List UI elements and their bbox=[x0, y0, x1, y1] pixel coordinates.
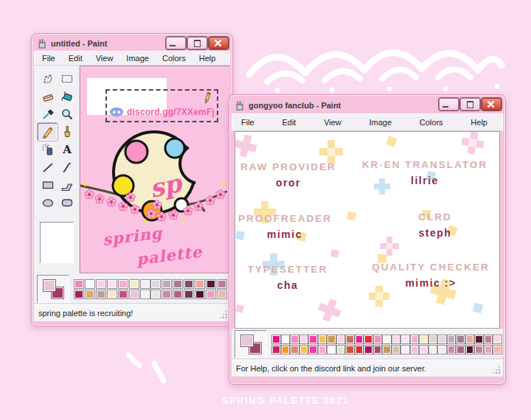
color-swatch[interactable] bbox=[419, 345, 428, 354]
color-swatch[interactable] bbox=[107, 290, 117, 299]
menu-item-help[interactable]: Help bbox=[469, 117, 489, 127]
drawing-canvas[interactable]: RAW PROVIDER oror KR-EN TRANSLATOR lilri… bbox=[235, 131, 500, 329]
color-swatch[interactable] bbox=[308, 335, 318, 344]
color-swatch[interactable] bbox=[355, 345, 364, 354]
color-swatch[interactable] bbox=[327, 345, 336, 354]
color-swatch[interactable] bbox=[308, 345, 318, 354]
tool-polygon-button[interactable] bbox=[57, 176, 77, 194]
color-swatch[interactable] bbox=[484, 345, 493, 354]
color-swatch[interactable] bbox=[290, 335, 299, 344]
color-swatch[interactable] bbox=[281, 335, 291, 344]
color-swatch[interactable] bbox=[129, 290, 139, 299]
color-swatch[interactable] bbox=[299, 335, 309, 344]
color-swatch[interactable] bbox=[281, 345, 291, 354]
color-swatch[interactable] bbox=[456, 345, 465, 354]
color-swatch[interactable] bbox=[74, 279, 84, 289]
minimize-button[interactable] bbox=[439, 98, 459, 111]
color-swatch[interactable] bbox=[217, 290, 227, 299]
color-swatch[interactable] bbox=[74, 290, 84, 299]
tool-curve-button[interactable] bbox=[57, 158, 77, 176]
tool-eraser-button[interactable] bbox=[38, 88, 58, 105]
color-swatch[interactable] bbox=[162, 279, 172, 289]
color-swatch[interactable] bbox=[162, 290, 172, 299]
color-swatch[interactable] bbox=[419, 335, 428, 344]
tool-fill-button[interactable] bbox=[57, 88, 77, 105]
menu-item-file[interactable]: File bbox=[41, 53, 57, 63]
color-swatch[interactable] bbox=[318, 345, 327, 354]
maximize-button[interactable] bbox=[187, 37, 207, 49]
color-swatch[interactable] bbox=[96, 290, 106, 299]
menu-item-edit[interactable]: Edit bbox=[280, 117, 297, 127]
color-swatch[interactable] bbox=[217, 279, 227, 289]
color-swatch[interactable] bbox=[129, 279, 139, 289]
titlebar[interactable]: gongyoo fanclub - Paint bbox=[232, 97, 503, 113]
color-swatch[interactable] bbox=[118, 290, 128, 299]
color-swatch[interactable] bbox=[184, 290, 194, 299]
color-swatch[interactable] bbox=[437, 345, 447, 354]
menu-item-edit[interactable]: Edit bbox=[67, 53, 84, 63]
tool-eyedropper-button[interactable] bbox=[38, 105, 58, 123]
color-swatch[interactable] bbox=[447, 335, 457, 344]
close-button[interactable] bbox=[209, 37, 229, 49]
color-swatch[interactable] bbox=[373, 345, 383, 354]
color-swatch[interactable] bbox=[345, 335, 355, 344]
color-swatch[interactable] bbox=[206, 290, 216, 299]
tool-pencil-button[interactable] bbox=[38, 123, 58, 141]
color-swatch[interactable] bbox=[336, 345, 346, 354]
color-swatch[interactable] bbox=[364, 335, 373, 344]
color-swatch[interactable] bbox=[299, 345, 309, 354]
color-swatch[interactable] bbox=[85, 290, 95, 299]
color-swatch[interactable] bbox=[474, 345, 484, 354]
menu-item-colors[interactable]: Colors bbox=[418, 117, 445, 127]
resize-grip[interactable] bbox=[220, 311, 227, 318]
menu-item-image[interactable]: Image bbox=[368, 117, 394, 127]
color-swatch[interactable] bbox=[493, 335, 502, 344]
color-swatch[interactable] bbox=[410, 345, 420, 354]
color-swatch[interactable] bbox=[364, 345, 373, 354]
color-swatch[interactable] bbox=[140, 290, 150, 299]
color-swatch[interactable] bbox=[107, 279, 117, 289]
color-swatch[interactable] bbox=[140, 279, 150, 289]
color-swatch[interactable] bbox=[392, 335, 401, 344]
current-colors-box[interactable] bbox=[37, 275, 69, 303]
color-swatch[interactable] bbox=[345, 345, 355, 354]
color-swatch[interactable] bbox=[150, 279, 161, 289]
close-button[interactable] bbox=[482, 98, 502, 111]
color-swatch[interactable] bbox=[382, 345, 392, 354]
color-swatch[interactable] bbox=[428, 335, 438, 344]
color-swatch[interactable] bbox=[327, 335, 336, 344]
color-swatch[interactable] bbox=[437, 335, 447, 344]
titlebar[interactable]: untitled - Paint bbox=[34, 36, 230, 51]
color-swatch[interactable] bbox=[173, 290, 183, 299]
minimize-button[interactable] bbox=[166, 37, 186, 49]
color-swatch[interactable] bbox=[173, 279, 183, 289]
menu-item-image[interactable]: Image bbox=[125, 53, 150, 63]
floating-selection[interactable]: discord.gg/7XXemFj bbox=[105, 89, 218, 122]
drawing-canvas[interactable]: sp bbox=[80, 66, 230, 273]
color-swatch[interactable] bbox=[428, 345, 438, 354]
discord-invite-link[interactable]: discord.gg/7XXemFj bbox=[127, 107, 215, 117]
menu-item-view[interactable]: View bbox=[322, 117, 343, 127]
tool-rounded-rectangle-button[interactable] bbox=[57, 194, 77, 211]
color-swatch[interactable] bbox=[447, 345, 457, 354]
color-swatch[interactable] bbox=[382, 335, 392, 344]
color-swatch[interactable] bbox=[400, 345, 410, 354]
tool-ellipse-button[interactable] bbox=[38, 194, 58, 211]
color-swatch[interactable] bbox=[373, 335, 383, 344]
tool-magnifier-button[interactable] bbox=[57, 105, 77, 123]
color-swatch[interactable] bbox=[271, 335, 281, 344]
color-swatch[interactable] bbox=[318, 335, 327, 344]
color-swatch[interactable] bbox=[493, 345, 502, 354]
tool-text-button[interactable]: A bbox=[57, 141, 77, 158]
color-swatch[interactable] bbox=[355, 335, 364, 344]
tool-airbrush-button[interactable] bbox=[38, 141, 58, 158]
color-swatch[interactable] bbox=[150, 290, 161, 299]
color-swatch[interactable] bbox=[484, 335, 493, 344]
color-swatch[interactable] bbox=[118, 279, 128, 289]
menu-item-colors[interactable]: Colors bbox=[161, 53, 187, 63]
color-swatch[interactable] bbox=[96, 279, 106, 289]
menu-item-view[interactable]: View bbox=[94, 53, 115, 63]
tool-line-button[interactable] bbox=[38, 158, 58, 176]
color-swatch[interactable] bbox=[290, 345, 299, 354]
tool-select-button[interactable] bbox=[57, 70, 77, 88]
